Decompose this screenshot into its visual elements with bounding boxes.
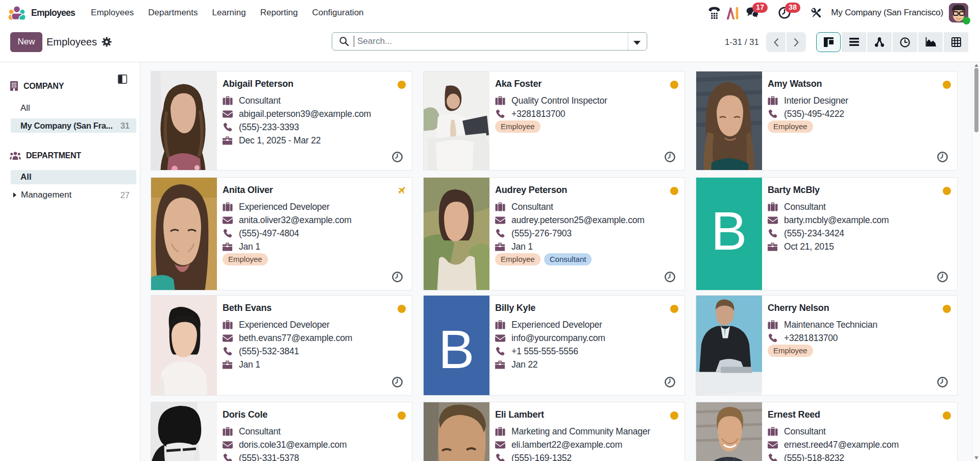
svg-text:B: B — [711, 201, 747, 261]
svg-text:B: B — [438, 319, 475, 379]
